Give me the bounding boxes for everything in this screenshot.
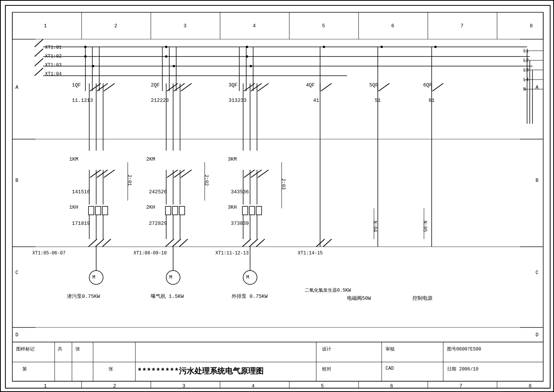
row-C-right: C xyxy=(536,270,539,276)
calibrate-label: 校对 xyxy=(322,366,331,372)
sheet-label: 张 xyxy=(75,346,80,352)
svg-line-78 xyxy=(321,83,332,91)
motor-3-label: M xyxy=(246,274,249,280)
svg-line-132 xyxy=(165,239,174,247)
date-label: 日期 2006/10 xyxy=(447,366,479,372)
col-num-6: 6 xyxy=(391,23,394,29)
xt1-08-label: XT1:08-09-10 xyxy=(133,251,167,256)
L4-label: L4 xyxy=(523,77,529,83)
6QF-nums: 61 xyxy=(429,98,435,103)
2KM-label: 2KM xyxy=(146,156,155,162)
3KH-nums: 373839 xyxy=(231,221,249,226)
4QF-nums: 41 xyxy=(313,98,319,103)
col-num-btm-7: 7 xyxy=(459,383,462,389)
svg-rect-114 xyxy=(165,206,171,215)
svg-rect-0 xyxy=(5,5,550,388)
svg-line-131 xyxy=(102,239,111,247)
2KM-nums: 242526 xyxy=(149,189,167,195)
L2-label: L2 xyxy=(523,58,529,63)
3QF-nums: 313233 xyxy=(229,98,247,103)
coil-N04: N:04 xyxy=(372,221,377,232)
equip-2: 曝气机 1.5KW xyxy=(151,293,184,300)
svg-rect-116 xyxy=(179,206,185,215)
1QF-nums: 11.1213 xyxy=(72,98,93,103)
4QF-label: 4QF xyxy=(306,82,315,88)
3QF-label: 3QF xyxy=(229,82,237,88)
svg-line-137 xyxy=(256,239,265,247)
motor-1-label: M xyxy=(92,274,95,280)
row-C-left: C xyxy=(15,270,18,276)
drawing-no: 图号06007ES00 xyxy=(447,346,481,352)
current-sheet-label: 第 xyxy=(22,366,27,372)
svg-line-129 xyxy=(88,239,97,247)
review-label: 审核 xyxy=(385,346,395,352)
1KM-label: 1KM xyxy=(69,156,78,162)
2KH-label: 2KH xyxy=(146,204,155,210)
svg-point-140 xyxy=(89,271,103,284)
svg-point-58 xyxy=(380,46,383,48)
svg-rect-118 xyxy=(249,206,255,215)
drawing-mark-label: 图样标记 xyxy=(16,346,35,352)
svg-rect-111 xyxy=(88,206,94,215)
svg-line-138 xyxy=(316,239,325,247)
L1-label: L1 xyxy=(523,48,529,54)
2KH-nums: 272829 xyxy=(149,221,167,226)
xt1-03-label: XT1:03 xyxy=(45,63,62,68)
coil-202: 2:02 xyxy=(204,175,209,186)
col-num-7: 7 xyxy=(461,23,464,29)
main-svg xyxy=(1,1,554,392)
1KH-label: 1KH xyxy=(69,204,78,210)
col-num-btm-5: 5 xyxy=(321,383,324,389)
xt1-05-label: XT1:05-06-07 xyxy=(32,251,65,256)
col-num-btm-4: 4 xyxy=(252,383,255,389)
svg-rect-117 xyxy=(242,206,248,215)
diagram-container: 1 2 3 4 5 6 7 8 A B C D A B C D 1 2 3 4 … xyxy=(0,0,554,392)
svg-point-141 xyxy=(166,271,180,284)
motor-2-label: M xyxy=(169,274,172,280)
svg-rect-115 xyxy=(172,206,178,215)
sheet-label2: 张 xyxy=(108,366,113,372)
svg-point-142 xyxy=(243,271,257,284)
col-num-4: 4 xyxy=(253,23,256,29)
equip-5: 电磁阀50W xyxy=(347,295,371,302)
svg-point-52 xyxy=(165,55,167,58)
svg-point-56 xyxy=(250,65,252,67)
xt1-01-label: XT1:01 xyxy=(45,45,62,50)
col-num-btm-1: 1 xyxy=(44,383,47,389)
equip-3: 外排泵 0.75KW xyxy=(232,293,268,300)
col-num-8: 8 xyxy=(530,23,533,29)
5QF-label: 5QF xyxy=(369,82,378,88)
3KM-label: 3KM xyxy=(228,156,237,162)
3KM-nums: 343536 xyxy=(231,189,249,195)
col-num-5: 5 xyxy=(322,23,325,29)
row-D-left: D xyxy=(15,332,18,338)
row-D-right: D xyxy=(536,332,539,338)
svg-line-43 xyxy=(35,68,43,76)
main-title: *********污水处理系统电气原理图 xyxy=(137,366,264,376)
svg-point-59 xyxy=(434,46,437,48)
svg-line-40 xyxy=(35,39,43,47)
2QF-label: 2QF xyxy=(151,82,160,88)
5QF-nums: 51 xyxy=(375,98,381,103)
svg-line-41 xyxy=(35,49,43,56)
1QF-label: 1QF xyxy=(72,82,81,88)
row-B-right: B xyxy=(536,178,539,183)
col-num-1: 1 xyxy=(44,23,47,29)
col-num-3: 3 xyxy=(184,23,187,29)
svg-point-57 xyxy=(323,46,325,48)
coil-201: 2:01 xyxy=(127,175,132,186)
xt1-02-label: XT1:02 xyxy=(45,54,62,59)
col-num-2: 2 xyxy=(114,23,117,29)
cad-label: CAD xyxy=(385,366,394,371)
L3-label: L3 xyxy=(523,68,529,73)
svg-point-51 xyxy=(165,46,167,48)
xt1-04-label: XT1:04 xyxy=(45,71,62,77)
svg-rect-113 xyxy=(102,206,108,215)
col-num-btm-8: 8 xyxy=(529,383,532,389)
N-label: N xyxy=(523,87,526,92)
col-num-btm-2: 2 xyxy=(113,383,116,389)
row-A-right: A xyxy=(536,85,539,90)
svg-line-136 xyxy=(249,239,258,247)
svg-point-53 xyxy=(173,65,175,67)
svg-rect-112 xyxy=(95,206,101,215)
